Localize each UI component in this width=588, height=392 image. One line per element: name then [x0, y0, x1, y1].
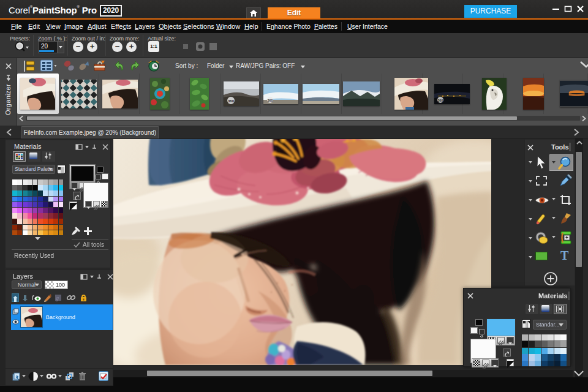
svg-text:360: 360: [228, 99, 235, 103]
svg-text:g: g: [56, 295, 59, 301]
svg-text:360: 360: [438, 99, 443, 102]
svg-text:f: f: [32, 294, 34, 300]
svg-text:360: 360: [268, 99, 273, 102]
